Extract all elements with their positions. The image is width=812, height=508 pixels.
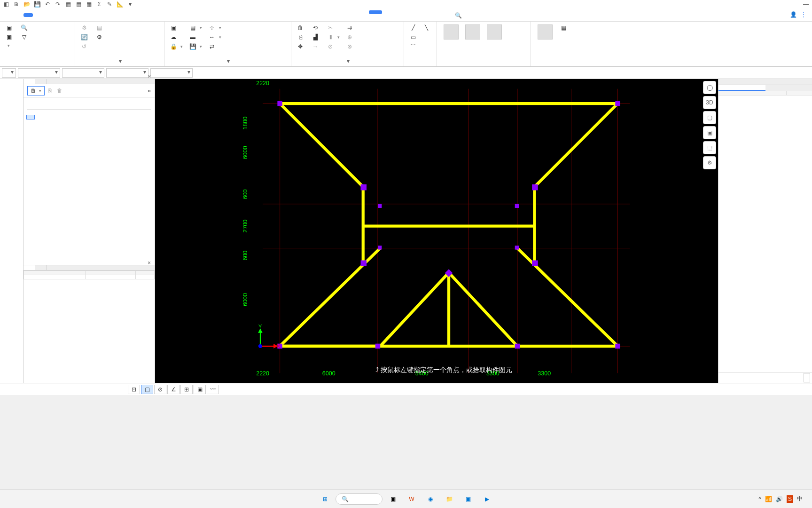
menu-start[interactable] (3, 13, 12, 17)
btn-identify-door-table[interactable] (441, 24, 461, 41)
expand-all-btn[interactable] (804, 373, 810, 382)
prop-close-btn[interactable]: × (145, 259, 154, 267)
tab-component-list[interactable] (23, 79, 35, 84)
tray-up-icon[interactable]: ^ (758, 496, 761, 502)
btn-delete[interactable]: 🗑 (295, 24, 307, 32)
btn-new-component[interactable]: 🗎 (27, 86, 45, 95)
tool-5[interactable]: ⊞ (180, 385, 193, 394)
btn-mirror[interactable]: ▟ (310, 33, 322, 41)
grid2-icon[interactable]: ▦ (74, 0, 83, 8)
task-app-5[interactable]: ▣ (460, 492, 476, 507)
btn-offset[interactable]: ⇉ (344, 24, 357, 32)
tool-7[interactable]: 〰 (207, 385, 219, 394)
tab-layer-mgmt[interactable] (35, 265, 47, 270)
minimize-icon[interactable]: — (802, 0, 810, 8)
search-input[interactable] (27, 100, 151, 110)
tool-4[interactable]: ∠ (167, 385, 180, 394)
tray-ime-icon[interactable]: S (787, 495, 793, 503)
btn-find-elem[interactable]: 🔍 (19, 24, 31, 32)
panel-close-btn[interactable]: × (145, 72, 154, 81)
save-icon[interactable]: 💾 (33, 0, 41, 8)
view-2d-btn[interactable]: ▢ (703, 111, 716, 124)
view-settings-btn[interactable]: ⚙ (703, 156, 716, 169)
menu-tools[interactable] (55, 13, 64, 17)
btn-pick-component[interactable]: ▣ (4, 24, 16, 32)
task-app-1[interactable]: ▣ (384, 492, 401, 507)
tool-3[interactable]: ⊘ (154, 385, 166, 394)
btn-auto-level[interactable]: ▬ (187, 33, 204, 41)
prop-cell-value[interactable] (86, 275, 136, 279)
task-app-3[interactable]: ◉ (422, 492, 439, 507)
task-app-4[interactable]: 📁 (441, 492, 458, 507)
grid3-icon[interactable]: ▦ (85, 0, 93, 8)
combo-type[interactable] (62, 68, 104, 78)
tool-1[interactable]: ⊡ (128, 385, 140, 394)
menu-igms[interactable] (86, 13, 95, 17)
user-info[interactable]: 👤 ⋮ (790, 11, 806, 18)
combo-layer[interactable] (150, 68, 193, 78)
btn-batch-select[interactable]: ▣ (4, 33, 16, 41)
tab-prop-list[interactable] (23, 265, 35, 270)
redo-icon[interactable]: ↷ (54, 0, 62, 8)
btn-prop-select[interactable] (4, 42, 16, 49)
start-button[interactable]: ⊞ (317, 492, 334, 507)
btn-verify-door[interactable] (484, 24, 505, 41)
tab-floor-display[interactable] (765, 85, 812, 91)
prop-cell-extra[interactable] (136, 275, 155, 279)
btn-rotate[interactable]: ⟲ (310, 24, 322, 32)
btn-align[interactable]: ⫴ (325, 33, 342, 41)
view-select-btn[interactable]: ⬚ (703, 141, 716, 154)
tool-2[interactable]: ▢ (141, 385, 153, 394)
tab-drawing-mgmt[interactable] (35, 79, 47, 84)
menu-view[interactable] (44, 13, 54, 17)
view-box-btn[interactable]: ▣ (703, 126, 716, 139)
menu-quantity[interactable] (34, 13, 43, 17)
tab-elem-display[interactable] (718, 85, 765, 91)
menu-collab[interactable] (75, 13, 85, 17)
menu-cloud[interactable] (65, 13, 74, 17)
combo-category[interactable] (18, 68, 60, 78)
prop-cell-name[interactable] (35, 275, 86, 279)
btn-lock[interactable]: 🔒 (168, 42, 185, 51)
undo-icon[interactable]: ↶ (43, 0, 52, 8)
tray-net-icon[interactable]: 📶 (765, 496, 772, 502)
ruler-icon[interactable]: 📐 (116, 0, 124, 8)
grid1-icon[interactable]: ▦ (64, 0, 72, 8)
taskbar-search[interactable]: 🔍 (336, 493, 383, 505)
btn-copy-floor[interactable]: ▤ (187, 24, 204, 32)
tray-lang-icon[interactable]: 中 (797, 495, 803, 503)
btn-smart-layout[interactable] (535, 24, 555, 41)
combo-floor[interactable] (2, 68, 16, 78)
btn-line[interactable]: ╱ (408, 24, 418, 32)
canvas[interactable]: 1800 6000 600 2700 600 6000 2220 2220 60… (155, 79, 718, 383)
system-tray[interactable]: ^ 📶 🔊 S 中 (758, 495, 806, 503)
btn-define[interactable]: ▣ (168, 24, 185, 32)
task-app-6[interactable]: ▶ (478, 492, 495, 507)
edit-icon[interactable]: ✎ (105, 0, 114, 8)
menu-modeling[interactable] (23, 13, 33, 17)
btn-arc[interactable]: ⌒ (408, 42, 418, 51)
btn-two-axis[interactable]: ⊹ (207, 24, 223, 32)
btn-length-dim[interactable]: ↔ (207, 33, 223, 41)
btn-move[interactable]: ✥ (295, 42, 307, 51)
btn-convert-elem[interactable]: ⇄ (207, 42, 223, 51)
btn-filter-elem[interactable]: ▽ (19, 33, 31, 41)
search-small-icon[interactable]: 🔍 (455, 12, 462, 19)
component-node[interactable] (26, 115, 35, 119)
view-3d-btn[interactable]: 3D (703, 96, 716, 109)
btn-rect[interactable]: ▭ (408, 33, 418, 41)
combo-component[interactable] (106, 68, 148, 78)
task-app-2[interactable]: W (403, 492, 420, 507)
btn-cad-option[interactable]: ⚙ (94, 33, 106, 41)
btn-precise-layout[interactable]: ▦ (558, 24, 570, 32)
view-orbit-btn[interactable]: ◯ (703, 81, 716, 94)
btn-line2[interactable]: ╲ (421, 24, 431, 32)
prop-row[interactable] (24, 275, 155, 279)
btn-save-elem[interactable]: 💾 (187, 42, 204, 51)
btn-cloud-check[interactable]: ☁ (168, 33, 185, 41)
btn-more[interactable]: » (148, 87, 151, 94)
btn-identify-door-hole[interactable] (462, 24, 483, 41)
new-icon[interactable]: 🗎 (12, 0, 21, 8)
search-banner[interactable] (369, 10, 382, 14)
user-menu-icon[interactable]: ⋮ (801, 11, 806, 18)
